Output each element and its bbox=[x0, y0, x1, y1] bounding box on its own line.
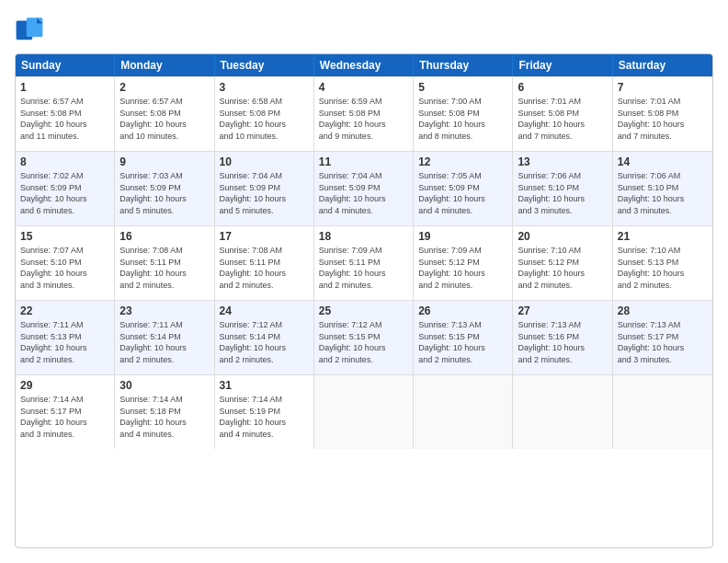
cell-text: Sunrise: 7:01 AMSunset: 5:08 PMDaylight:… bbox=[518, 96, 607, 142]
day-number: 4 bbox=[319, 81, 408, 94]
calendar-cell: 15Sunrise: 7:07 AMSunset: 5:10 PMDayligh… bbox=[16, 226, 115, 300]
day-number: 24 bbox=[220, 304, 309, 317]
cell-text: Sunrise: 7:10 AMSunset: 5:12 PMDaylight:… bbox=[518, 245, 607, 291]
calendar-cell: 23Sunrise: 7:11 AMSunset: 5:14 PMDayligh… bbox=[115, 301, 214, 374]
calendar-cell: 12Sunrise: 7:05 AMSunset: 5:09 PMDayligh… bbox=[414, 152, 513, 225]
day-number: 7 bbox=[618, 81, 708, 94]
cell-text: Sunrise: 7:14 AMSunset: 5:19 PMDaylight:… bbox=[220, 394, 309, 440]
cell-text: Sunrise: 7:01 AMSunset: 5:08 PMDaylight:… bbox=[618, 96, 708, 142]
calendar-header-cell: Wednesday bbox=[314, 54, 414, 76]
calendar-cell: 3Sunrise: 6:58 AMSunset: 5:08 PMDaylight… bbox=[215, 77, 314, 151]
calendar-cell: 28Sunrise: 7:13 AMSunset: 5:17 PMDayligh… bbox=[613, 301, 712, 374]
calendar-cell: 25Sunrise: 7:12 AMSunset: 5:15 PMDayligh… bbox=[314, 301, 414, 374]
cell-text: Sunrise: 7:06 AMSunset: 5:10 PMDaylight:… bbox=[518, 170, 607, 216]
calendar-cell bbox=[613, 375, 712, 449]
calendar-row: 15Sunrise: 7:07 AMSunset: 5:10 PMDayligh… bbox=[16, 225, 712, 300]
calendar-cell: 18Sunrise: 7:09 AMSunset: 5:11 PMDayligh… bbox=[314, 226, 414, 300]
logo-icon bbox=[15, 15, 44, 44]
day-number: 22 bbox=[20, 304, 109, 317]
calendar: SundayMondayTuesdayWednesdayThursdayFrid… bbox=[15, 53, 713, 548]
calendar-cell: 6Sunrise: 7:01 AMSunset: 5:08 PMDaylight… bbox=[513, 77, 612, 151]
calendar-header: SundayMondayTuesdayWednesdayThursdayFrid… bbox=[16, 54, 712, 76]
cell-text: Sunrise: 6:59 AMSunset: 5:08 PMDaylight:… bbox=[319, 96, 408, 142]
cell-text: Sunrise: 6:57 AMSunset: 5:08 PMDaylight:… bbox=[20, 96, 109, 142]
calendar-row: 1Sunrise: 6:57 AMSunset: 5:08 PMDaylight… bbox=[16, 76, 712, 151]
calendar-cell: 5Sunrise: 7:00 AMSunset: 5:08 PMDaylight… bbox=[414, 77, 513, 151]
calendar-cell: 16Sunrise: 7:08 AMSunset: 5:11 PMDayligh… bbox=[115, 226, 214, 300]
calendar-cell: 9Sunrise: 7:03 AMSunset: 5:09 PMDaylight… bbox=[115, 152, 214, 225]
cell-text: Sunrise: 7:14 AMSunset: 5:18 PMDaylight:… bbox=[119, 394, 209, 440]
day-number: 15 bbox=[20, 230, 109, 243]
calendar-cell: 7Sunrise: 7:01 AMSunset: 5:08 PMDaylight… bbox=[613, 77, 712, 151]
calendar-cell: 29Sunrise: 7:14 AMSunset: 5:17 PMDayligh… bbox=[16, 375, 115, 449]
calendar-cell: 1Sunrise: 6:57 AMSunset: 5:08 PMDaylight… bbox=[16, 77, 115, 151]
calendar-cell: 8Sunrise: 7:02 AMSunset: 5:09 PMDaylight… bbox=[16, 152, 115, 225]
cell-text: Sunrise: 7:09 AMSunset: 5:11 PMDaylight:… bbox=[319, 245, 408, 291]
day-number: 31 bbox=[220, 379, 309, 392]
calendar-header-cell: Sunday bbox=[16, 54, 115, 76]
cell-text: Sunrise: 6:58 AMSunset: 5:08 PMDaylight:… bbox=[220, 96, 309, 142]
day-number: 30 bbox=[119, 379, 209, 392]
cell-text: Sunrise: 7:08 AMSunset: 5:11 PMDaylight:… bbox=[119, 245, 209, 291]
cell-text: Sunrise: 6:57 AMSunset: 5:08 PMDaylight:… bbox=[119, 96, 209, 142]
cell-text: Sunrise: 7:14 AMSunset: 5:17 PMDaylight:… bbox=[20, 394, 109, 440]
cell-text: Sunrise: 7:13 AMSunset: 5:15 PMDaylight:… bbox=[418, 319, 507, 365]
calendar-cell: 21Sunrise: 7:10 AMSunset: 5:13 PMDayligh… bbox=[613, 226, 712, 300]
day-number: 12 bbox=[418, 155, 507, 168]
calendar-row: 22Sunrise: 7:11 AMSunset: 5:13 PMDayligh… bbox=[16, 300, 712, 374]
day-number: 28 bbox=[618, 304, 708, 317]
day-number: 2 bbox=[119, 81, 209, 94]
day-number: 11 bbox=[319, 155, 408, 168]
calendar-cell: 4Sunrise: 6:59 AMSunset: 5:08 PMDaylight… bbox=[314, 77, 414, 151]
day-number: 13 bbox=[518, 155, 607, 168]
cell-text: Sunrise: 7:04 AMSunset: 5:09 PMDaylight:… bbox=[319, 170, 408, 216]
calendar-cell: 13Sunrise: 7:06 AMSunset: 5:10 PMDayligh… bbox=[513, 152, 612, 225]
calendar-cell: 14Sunrise: 7:06 AMSunset: 5:10 PMDayligh… bbox=[613, 152, 712, 225]
day-number: 26 bbox=[418, 304, 507, 317]
calendar-cell: 24Sunrise: 7:12 AMSunset: 5:14 PMDayligh… bbox=[215, 301, 314, 374]
cell-text: Sunrise: 7:13 AMSunset: 5:17 PMDaylight:… bbox=[618, 319, 708, 365]
calendar-cell: 10Sunrise: 7:04 AMSunset: 5:09 PMDayligh… bbox=[215, 152, 314, 225]
header bbox=[15, 15, 713, 44]
cell-text: Sunrise: 7:08 AMSunset: 5:11 PMDaylight:… bbox=[220, 245, 309, 291]
day-number: 27 bbox=[518, 304, 607, 317]
cell-text: Sunrise: 7:05 AMSunset: 5:09 PMDaylight:… bbox=[418, 170, 507, 216]
day-number: 14 bbox=[618, 155, 708, 168]
calendar-cell: 19Sunrise: 7:09 AMSunset: 5:12 PMDayligh… bbox=[414, 226, 513, 300]
day-number: 19 bbox=[418, 230, 507, 243]
cell-text: Sunrise: 7:10 AMSunset: 5:13 PMDaylight:… bbox=[618, 245, 708, 291]
cell-text: Sunrise: 7:06 AMSunset: 5:10 PMDaylight:… bbox=[618, 170, 708, 216]
day-number: 18 bbox=[319, 230, 408, 243]
calendar-cell: 30Sunrise: 7:14 AMSunset: 5:18 PMDayligh… bbox=[115, 375, 214, 449]
calendar-cell: 22Sunrise: 7:11 AMSunset: 5:13 PMDayligh… bbox=[16, 301, 115, 374]
cell-text: Sunrise: 7:13 AMSunset: 5:16 PMDaylight:… bbox=[518, 319, 607, 365]
calendar-row: 29Sunrise: 7:14 AMSunset: 5:17 PMDayligh… bbox=[16, 374, 712, 449]
cell-text: Sunrise: 7:07 AMSunset: 5:10 PMDaylight:… bbox=[20, 245, 109, 291]
day-number: 17 bbox=[220, 230, 309, 243]
calendar-header-cell: Tuesday bbox=[215, 54, 314, 76]
day-number: 25 bbox=[319, 304, 408, 317]
day-number: 3 bbox=[220, 81, 309, 94]
calendar-cell bbox=[314, 375, 414, 449]
day-number: 23 bbox=[119, 304, 209, 317]
calendar-cell bbox=[513, 375, 612, 449]
calendar-cell: 27Sunrise: 7:13 AMSunset: 5:16 PMDayligh… bbox=[513, 301, 612, 374]
page: SundayMondayTuesdayWednesdayThursdayFrid… bbox=[0, 0, 728, 563]
calendar-cell: 31Sunrise: 7:14 AMSunset: 5:19 PMDayligh… bbox=[215, 375, 314, 449]
day-number: 20 bbox=[518, 230, 607, 243]
calendar-header-cell: Monday bbox=[115, 54, 214, 76]
cell-text: Sunrise: 7:12 AMSunset: 5:14 PMDaylight:… bbox=[220, 319, 309, 365]
day-number: 29 bbox=[20, 379, 109, 392]
cell-text: Sunrise: 7:11 AMSunset: 5:14 PMDaylight:… bbox=[119, 319, 209, 365]
day-number: 10 bbox=[220, 155, 309, 168]
calendar-body: 1Sunrise: 6:57 AMSunset: 5:08 PMDaylight… bbox=[16, 76, 712, 449]
calendar-header-cell: Saturday bbox=[613, 54, 712, 76]
calendar-cell: 20Sunrise: 7:10 AMSunset: 5:12 PMDayligh… bbox=[513, 226, 612, 300]
day-number: 9 bbox=[119, 155, 209, 168]
cell-text: Sunrise: 7:04 AMSunset: 5:09 PMDaylight:… bbox=[220, 170, 309, 216]
cell-text: Sunrise: 7:09 AMSunset: 5:12 PMDaylight:… bbox=[418, 245, 507, 291]
calendar-cell: 11Sunrise: 7:04 AMSunset: 5:09 PMDayligh… bbox=[314, 152, 414, 225]
day-number: 5 bbox=[418, 81, 507, 94]
calendar-cell: 2Sunrise: 6:57 AMSunset: 5:08 PMDaylight… bbox=[115, 77, 214, 151]
day-number: 8 bbox=[20, 155, 109, 168]
